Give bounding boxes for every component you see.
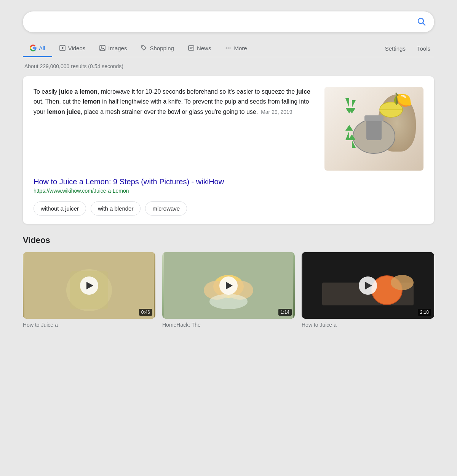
- source-link-container: How to Juice a Lemon: 9 Steps (with Pict…: [34, 177, 423, 194]
- search-bar: how to juice a lemon: [23, 11, 434, 32]
- featured-image: [324, 87, 423, 171]
- tab-videos[interactable]: Videos: [52, 40, 93, 57]
- video-card-3[interactable]: 2:18 How to Juice a: [302, 252, 434, 328]
- search-button[interactable]: [417, 17, 426, 27]
- play-button-2[interactable]: [219, 276, 238, 295]
- videos-section: Videos 0:46 How to Juice a: [23, 235, 434, 328]
- video-duration-2: 1:14: [278, 309, 292, 316]
- video-thumb-2: 1:14: [162, 252, 295, 319]
- tab-all[interactable]: All: [23, 40, 52, 57]
- news-icon: [188, 45, 195, 51]
- tab-shopping-label: Shopping: [150, 45, 174, 51]
- juicer-visual: [324, 87, 423, 171]
- svg-point-6: [142, 46, 143, 47]
- svg-line-1: [423, 23, 425, 26]
- tab-images[interactable]: Images: [92, 40, 134, 57]
- bold-juice-lemon: juice a lemon: [59, 88, 97, 95]
- chip-without-juicer[interactable]: without a juicer: [34, 201, 86, 216]
- bold-lemon: lemon: [83, 98, 101, 105]
- tab-images-label: Images: [108, 45, 127, 51]
- dots-icon: [225, 45, 232, 51]
- svg-rect-15: [364, 115, 383, 121]
- featured-content: To easily juice a lemon, microwave it fo…: [34, 87, 423, 171]
- results-count: About 229,000,000 results (0.54 seconds): [23, 63, 434, 69]
- video-duration-3: 2:18: [418, 309, 431, 316]
- chip-microwave[interactable]: microwave: [145, 201, 187, 216]
- source-url: https://www.wikihow.com/Juice-a-Lemon: [34, 188, 423, 194]
- featured-text-2: , microwave it for 10-20 seconds beforeh…: [97, 88, 296, 95]
- image-placeholder: [324, 87, 423, 171]
- video-grid: 0:46 How to Juice a: [23, 252, 434, 328]
- featured-text-intro: To easily: [34, 88, 59, 95]
- chip-with-blender[interactable]: with a blender: [91, 201, 141, 216]
- search-icon: [417, 17, 426, 26]
- tab-shopping[interactable]: Shopping: [134, 40, 181, 57]
- video-thumb-3: 2:18: [302, 252, 434, 319]
- video-title-3: How to Juice a: [302, 322, 434, 328]
- svg-marker-3: [62, 47, 64, 50]
- featured-date: Mar 29, 2019: [261, 109, 292, 115]
- featured-text-5: , place a mesh strainer over the bowl or…: [81, 109, 258, 115]
- featured-text-3: out. Then, cut the: [34, 98, 83, 105]
- video-card-1[interactable]: 0:46 How to Juice a: [23, 252, 155, 328]
- svg-rect-4: [100, 45, 105, 51]
- play-icon: [59, 45, 66, 51]
- video-title-2: HomeHack: The: [162, 322, 295, 328]
- page-wrapper: how to juice a lemon All: [0, 0, 457, 339]
- settings-link[interactable]: Settings: [381, 41, 409, 56]
- bold-juice: juice: [297, 88, 310, 95]
- svg-point-10: [226, 48, 227, 49]
- tools-link[interactable]: Tools: [413, 41, 434, 56]
- tab-news-label: News: [197, 45, 211, 51]
- bold-lemon-juice: lemon juice: [47, 109, 81, 115]
- tab-videos-label: Videos: [68, 45, 86, 51]
- image-icon: [99, 45, 106, 51]
- svg-point-5: [101, 46, 102, 48]
- tab-news[interactable]: News: [181, 40, 218, 57]
- tab-more-label: More: [234, 45, 247, 51]
- svg-point-29: [209, 294, 248, 309]
- search-input[interactable]: how to juice a lemon: [31, 18, 417, 26]
- svg-rect-7: [189, 46, 194, 50]
- google-icon: [30, 45, 37, 51]
- video-card-2[interactable]: 1:14 HomeHack: The: [162, 252, 295, 328]
- tag-icon: [141, 45, 147, 51]
- svg-point-11: [228, 48, 229, 49]
- play-button-3[interactable]: [359, 276, 377, 295]
- videos-section-title: Videos: [23, 235, 434, 245]
- svg-point-34: [391, 275, 414, 290]
- tab-more[interactable]: More: [218, 40, 254, 57]
- tab-all-label: All: [39, 45, 45, 51]
- play-button-1[interactable]: [80, 276, 98, 295]
- source-title-link[interactable]: How to Juice a Lemon: 9 Steps (with Pict…: [34, 177, 224, 186]
- video-title-1: How to Juice a: [23, 322, 155, 328]
- featured-snippet-card: To easily juice a lemon, microwave it fo…: [23, 76, 434, 224]
- nav-tabs: All Videos Images: [23, 40, 434, 57]
- related-chips: without a juicer with a blender microwav…: [34, 201, 423, 216]
- video-thumb-1: 0:46: [23, 252, 155, 319]
- svg-point-12: [230, 48, 231, 49]
- featured-text: To easily juice a lemon, microwave it fo…: [34, 87, 317, 171]
- video-duration-1: 0:46: [139, 309, 152, 316]
- nav-settings: Settings Tools: [381, 41, 434, 56]
